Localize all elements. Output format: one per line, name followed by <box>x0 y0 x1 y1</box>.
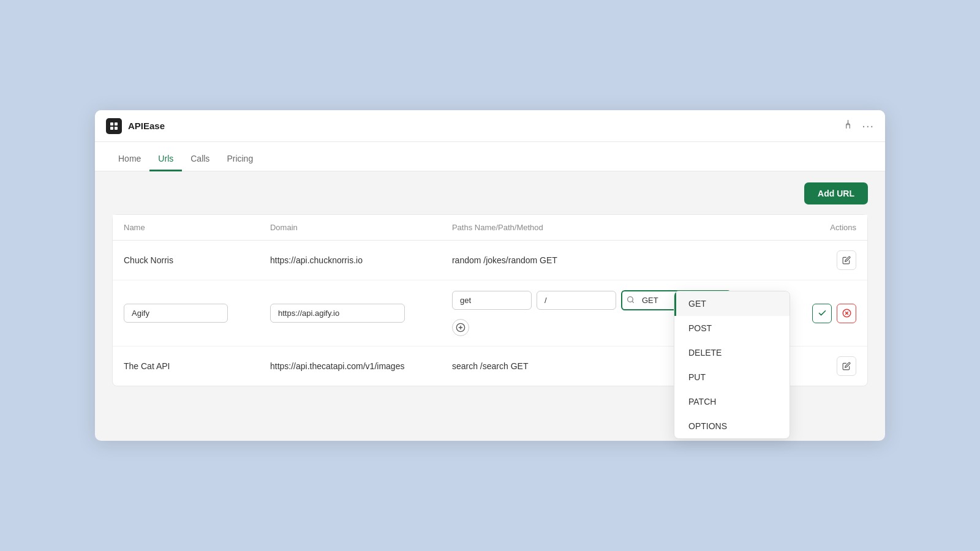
pin-icon[interactable] <box>843 119 853 133</box>
add-url-button[interactable]: Add URL <box>804 182 868 204</box>
path-path-input[interactable] <box>537 291 616 310</box>
tab-home[interactable]: Home <box>110 146 149 171</box>
app-window: APIEase ··· Home Urls Calls Pricing Add … <box>95 110 885 441</box>
row-domain: https://api.thecatapi.com/v1/images <box>259 347 441 386</box>
row-paths: random /jokes/random GET <box>441 241 791 280</box>
tab-urls[interactable]: Urls <box>149 146 182 171</box>
app-title: APIEase <box>128 121 843 131</box>
col-actions: Actions <box>791 215 867 241</box>
row-actions <box>791 241 867 280</box>
row-actions-edit <box>791 280 867 347</box>
row-name: Chuck Norris <box>113 241 259 280</box>
table-row: Chuck Norris https://api.chucknorris.io … <box>113 241 867 280</box>
dropdown-item-get[interactable]: GET <box>674 291 790 316</box>
confirm-edit-button[interactable] <box>812 304 832 323</box>
dropdown-item-post[interactable]: POST <box>674 316 790 340</box>
svg-rect-3 <box>115 127 118 130</box>
row-domain: https://api.chucknorris.io <box>259 241 441 280</box>
dropdown-item-options[interactable]: OPTIONS <box>674 414 790 438</box>
col-paths: Paths Name/Path/Method <box>441 215 791 241</box>
method-search-icon <box>627 296 635 305</box>
dropdown-item-put[interactable]: PUT <box>674 365 790 389</box>
col-domain: Domain <box>259 215 441 241</box>
cancel-edit-button[interactable] <box>837 304 856 323</box>
titlebar-actions: ··· <box>843 119 874 133</box>
content-area: Add URL Name Domain Paths Name/Path/Meth… <box>95 171 885 403</box>
domain-input[interactable] <box>270 304 405 323</box>
row-actions <box>791 347 867 386</box>
navbar: Home Urls Calls Pricing <box>95 142 885 171</box>
svg-rect-2 <box>110 127 113 130</box>
titlebar: APIEase ··· <box>95 110 885 142</box>
col-name: Name <box>113 215 259 241</box>
more-icon[interactable]: ··· <box>862 119 874 133</box>
dropdown-item-delete[interactable]: DELETE <box>674 340 790 365</box>
row-edit-actions <box>802 304 856 323</box>
tab-pricing[interactable]: Pricing <box>218 146 262 171</box>
path-name-input[interactable] <box>452 291 532 310</box>
app-logo <box>106 118 122 134</box>
toolbar: Add URL <box>112 182 868 204</box>
edit-row-button[interactable] <box>837 250 856 270</box>
svg-rect-1 <box>115 122 118 126</box>
row-name-edit <box>113 280 259 347</box>
row-name: The Cat API <box>113 347 259 386</box>
svg-line-5 <box>632 301 633 302</box>
dropdown-item-patch[interactable]: PATCH <box>674 389 790 414</box>
row-domain-edit <box>259 280 441 347</box>
edit-row-button[interactable] <box>837 356 856 376</box>
tab-calls[interactable]: Calls <box>182 146 218 171</box>
method-dropdown: GET POST DELETE PUT PATCH OPTIONS <box>674 291 790 439</box>
add-path-button[interactable] <box>452 319 469 336</box>
name-input[interactable] <box>124 304 228 323</box>
svg-rect-0 <box>110 122 113 126</box>
